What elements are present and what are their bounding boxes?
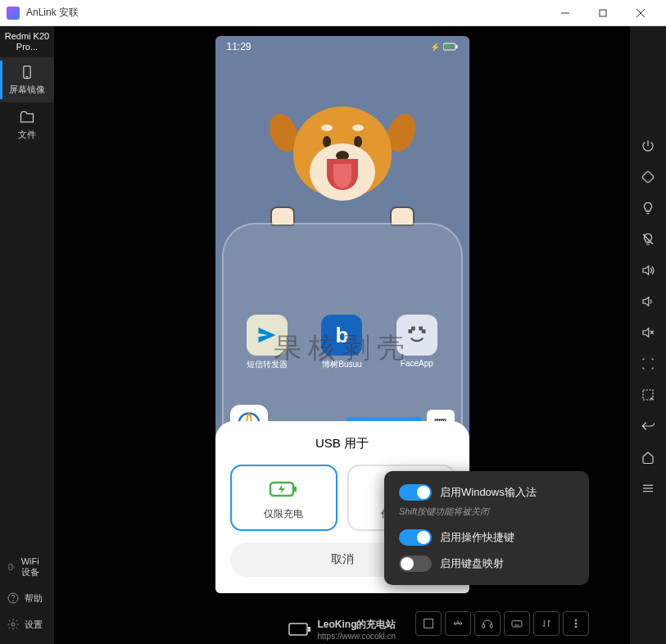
home-button[interactable] bbox=[635, 444, 661, 470]
volume-up-button[interactable] bbox=[635, 257, 661, 283]
phone-time: 11:29 bbox=[227, 41, 251, 52]
sidebar-settings[interactable]: 设置 bbox=[0, 611, 54, 637]
caption: LeoKing的充电站 https://www.cocokl.cn bbox=[288, 618, 396, 641]
sidebar-help[interactable]: 帮助 bbox=[0, 585, 54, 611]
back-button[interactable] bbox=[635, 413, 661, 439]
svg-point-20 bbox=[454, 623, 456, 625]
charge-icon bbox=[269, 478, 298, 501]
sidebar-item-label: 文件 bbox=[18, 129, 36, 141]
battery-icon: ⚡ bbox=[430, 43, 458, 52]
screenshot-button[interactable] bbox=[635, 351, 661, 377]
transfer-button[interactable] bbox=[533, 611, 560, 636]
help-icon bbox=[7, 592, 20, 605]
svg-rect-6 bbox=[9, 564, 12, 569]
svg-point-39 bbox=[651, 398, 653, 400]
sidebar-item-label: 屏幕镜像 bbox=[9, 84, 45, 96]
folder-icon bbox=[19, 109, 35, 125]
svg-rect-19 bbox=[424, 619, 433, 628]
svg-point-33 bbox=[575, 626, 577, 628]
svg-rect-1 bbox=[600, 10, 606, 16]
wifi-phone-icon bbox=[7, 561, 16, 574]
rotate-button[interactable] bbox=[635, 164, 661, 190]
svg-rect-26 bbox=[512, 621, 522, 627]
app-faceapp[interactable]: FaceApp bbox=[388, 315, 446, 370]
more-button[interactable] bbox=[563, 611, 589, 636]
titlebar: AnLink 安联 bbox=[0, 0, 666, 26]
usb-button[interactable] bbox=[445, 611, 471, 636]
bulb-off-button[interactable] bbox=[635, 226, 661, 252]
sidebar-item-mirror[interactable]: 屏幕镜像 bbox=[0, 57, 54, 102]
svg-rect-34 bbox=[642, 171, 655, 184]
caption-title: LeoKing的充电站 bbox=[318, 618, 396, 632]
svg-rect-24 bbox=[483, 624, 485, 628]
app-busuu[interactable]: b博树Busuu bbox=[313, 315, 370, 370]
toggle-key-mapping[interactable] bbox=[399, 556, 432, 572]
usb-option-charge[interactable]: 仅限充电 bbox=[230, 465, 338, 531]
minimize-button[interactable] bbox=[546, 0, 584, 26]
audio-button[interactable] bbox=[474, 611, 501, 636]
svg-rect-18 bbox=[308, 627, 310, 632]
keyboard-button[interactable] bbox=[504, 611, 530, 636]
maximize-button[interactable] bbox=[584, 0, 622, 26]
popover-hint: Shift按键功能将被关闭 bbox=[399, 506, 574, 518]
phone-statusbar: 11:29 ⚡ bbox=[215, 36, 469, 57]
svg-rect-15 bbox=[294, 487, 297, 492]
menu-button[interactable] bbox=[635, 475, 661, 501]
sidebar-right bbox=[630, 26, 666, 644]
usb-sheet-title: USB 用于 bbox=[230, 436, 455, 451]
svg-point-31 bbox=[575, 619, 577, 621]
bottom-toolbar bbox=[415, 611, 589, 636]
sidebar-wifi-devices[interactable]: WiFi设备 bbox=[0, 550, 54, 585]
stage: 11:29 ⚡ bbox=[54, 26, 630, 644]
phone-icon bbox=[19, 64, 35, 80]
svg-point-9 bbox=[11, 623, 15, 626]
close-button[interactable] bbox=[622, 0, 659, 26]
app-sms-forward[interactable]: 短信转发器 bbox=[238, 315, 296, 370]
power-button[interactable] bbox=[635, 133, 661, 159]
volume-down-button[interactable] bbox=[635, 288, 661, 315]
device-name[interactable]: Redmi K20 Pro... bbox=[0, 26, 54, 57]
svg-point-21 bbox=[460, 623, 462, 625]
svg-rect-25 bbox=[490, 624, 492, 628]
fullscreen-button[interactable] bbox=[415, 611, 442, 636]
svg-rect-11 bbox=[444, 45, 451, 49]
wallpaper-illustration bbox=[215, 57, 469, 221]
gear-icon bbox=[7, 618, 20, 631]
caption-url: https://www.cocokl.cn bbox=[318, 632, 396, 641]
svg-rect-12 bbox=[455, 45, 457, 48]
app-icon bbox=[7, 7, 20, 20]
app-row-1: 短信转发器 b博树Busuu FaceApp bbox=[215, 315, 469, 370]
svg-point-32 bbox=[575, 623, 577, 624]
svg-point-8 bbox=[13, 601, 14, 601]
sidebar-item-files[interactable]: 文件 bbox=[0, 102, 54, 147]
toggle-windows-ime[interactable] bbox=[399, 484, 432, 501]
battery-outline-icon bbox=[288, 622, 311, 637]
app-title: AnLink 安联 bbox=[26, 6, 79, 20]
sidebar-left: Redmi K20 Pro... 屏幕镜像 文件 WiFi设备 帮助 设置 bbox=[0, 26, 54, 644]
bulb-on-button[interactable] bbox=[635, 195, 661, 221]
crop-button[interactable] bbox=[635, 382, 661, 408]
toggle-shortcuts[interactable] bbox=[399, 529, 432, 546]
volume-mute-button[interactable] bbox=[635, 320, 661, 346]
keyboard-popover: 启用Windows输入法 Shift按键功能将被关闭 启用操作快捷键 启用键盘映… bbox=[384, 471, 589, 585]
svg-rect-17 bbox=[289, 624, 307, 635]
